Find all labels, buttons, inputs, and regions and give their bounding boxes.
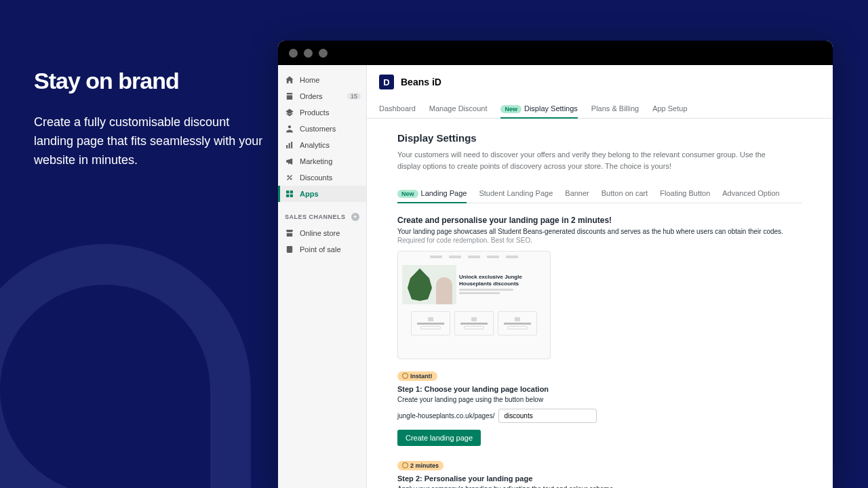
sales-channels-label: SALES CHANNELS bbox=[285, 214, 346, 220]
home-icon bbox=[285, 75, 294, 85]
products-icon bbox=[285, 108, 294, 117]
sidebar-item-marketing[interactable]: Marketing bbox=[278, 153, 366, 169]
sidebar: Home Orders 15 Products Customers Analyt… bbox=[278, 65, 366, 488]
svg-point-5 bbox=[290, 178, 292, 180]
subtab-button-cart[interactable]: Button on cart bbox=[601, 184, 648, 203]
main-panel: D Beans iD Dashboard Manage Discount New… bbox=[366, 65, 833, 488]
channel-online-store[interactable]: Online store bbox=[278, 225, 366, 241]
sidebar-item-home[interactable]: Home bbox=[278, 72, 366, 88]
url-slug-input[interactable] bbox=[498, 409, 597, 423]
instant-chip: Instant! bbox=[397, 371, 437, 381]
subtab-student-landing[interactable]: Student Landing Page bbox=[479, 184, 553, 203]
landing-preview: Unlock exclusive Jungle Houseplants disc… bbox=[397, 251, 551, 359]
browser-window: Home Orders 15 Products Customers Analyt… bbox=[278, 41, 833, 488]
subtab-landing-page[interactable]: NewLanding Page bbox=[397, 184, 467, 203]
max-dot[interactable] bbox=[319, 49, 328, 58]
sidebar-item-label: Discounts bbox=[300, 174, 332, 182]
pos-icon bbox=[285, 245, 294, 254]
landing-line1: Your landing page showcases all Student … bbox=[397, 228, 802, 235]
sales-channels-header: SALES CHANNELS + bbox=[278, 202, 366, 225]
hero-body: Create a fully customisable discount lan… bbox=[34, 113, 264, 170]
sidebar-item-label: Products bbox=[300, 108, 329, 117]
sidebar-item-label: Marketing bbox=[300, 157, 332, 165]
discounts-icon bbox=[285, 173, 294, 182]
app-name: Beans iD bbox=[401, 77, 441, 87]
step1-title: Step 1: Choose your landing page locatio… bbox=[397, 385, 802, 393]
sidebar-item-label: Home bbox=[300, 76, 319, 84]
tab-app-setup[interactable]: App Setup bbox=[652, 99, 687, 118]
svg-rect-8 bbox=[286, 195, 289, 197]
step2-title: Step 2: Personalise your landing page bbox=[397, 474, 802, 483]
tab-manage-discount[interactable]: Manage Discount bbox=[429, 99, 488, 118]
channel-label: Point of sale bbox=[300, 245, 341, 253]
sidebar-item-label: Customers bbox=[300, 125, 336, 133]
app-tabs: Dashboard Manage Discount NewDisplay Set… bbox=[367, 99, 833, 119]
channel-label: Online store bbox=[300, 229, 340, 237]
add-channel-icon[interactable]: + bbox=[351, 213, 359, 221]
analytics-icon bbox=[285, 140, 294, 150]
app-logo: D bbox=[379, 75, 394, 89]
subtab-label: Landing Page bbox=[421, 189, 467, 197]
min-dot[interactable] bbox=[304, 49, 313, 58]
window-titlebar bbox=[278, 41, 833, 65]
sidebar-item-products[interactable]: Products bbox=[278, 104, 366, 121]
svg-rect-7 bbox=[290, 190, 293, 193]
svg-rect-9 bbox=[290, 195, 293, 197]
subtab-floating-button[interactable]: Floating Button bbox=[660, 184, 710, 203]
marketing-icon bbox=[285, 157, 294, 166]
create-landing-button[interactable]: Create landing page bbox=[397, 430, 481, 446]
subtab-banner[interactable]: Banner bbox=[565, 184, 589, 203]
new-pill: New bbox=[500, 105, 521, 113]
sidebar-item-label: Analytics bbox=[300, 141, 330, 149]
landing-line2: Required for code redemption. Best for S… bbox=[397, 237, 802, 244]
page-title: Display Settings bbox=[397, 132, 802, 144]
orders-icon bbox=[285, 92, 294, 101]
tab-dashboard[interactable]: Dashboard bbox=[379, 99, 416, 118]
hero-title: Stay on brand bbox=[34, 68, 264, 94]
channel-pos[interactable]: Point of sale bbox=[278, 241, 366, 258]
url-prefix: jungle-houseplants.co.uk/pages/ bbox=[397, 412, 494, 420]
tab-label: Display Settings bbox=[524, 104, 578, 113]
background-logo bbox=[0, 244, 251, 488]
sidebar-item-apps[interactable]: Apps bbox=[278, 186, 366, 202]
tab-plans-billing[interactable]: Plans & Billing bbox=[591, 99, 639, 118]
subtab-advanced[interactable]: Advanced Option bbox=[722, 184, 779, 203]
new-pill: New bbox=[397, 190, 418, 198]
customers-icon bbox=[285, 124, 294, 134]
sidebar-item-label: Apps bbox=[300, 190, 319, 198]
sidebar-item-discounts[interactable]: Discounts bbox=[278, 169, 366, 186]
page-desc: Your customers will need to discover you… bbox=[397, 149, 777, 171]
svg-rect-1 bbox=[286, 145, 288, 148]
duration-chip: 2 minutes bbox=[397, 461, 443, 470]
svg-rect-6 bbox=[286, 190, 289, 193]
sidebar-item-customers[interactable]: Customers bbox=[278, 121, 366, 137]
landing-heading: Create and personalise your landing page… bbox=[397, 216, 802, 225]
preview-card bbox=[411, 311, 450, 336]
sidebar-item-label: Orders bbox=[300, 92, 323, 100]
hero: Stay on brand Create a fully customisabl… bbox=[34, 68, 264, 170]
svg-point-4 bbox=[288, 176, 290, 178]
preview-card bbox=[498, 311, 537, 336]
preview-headline: Unlock exclusive Jungle Houseplants disc… bbox=[459, 274, 546, 287]
sidebar-item-orders[interactable]: Orders 15 bbox=[278, 88, 366, 104]
sidebar-item-analytics[interactable]: Analytics bbox=[278, 137, 366, 153]
tab-display-settings[interactable]: NewDisplay Settings bbox=[500, 99, 577, 118]
close-dot[interactable] bbox=[289, 49, 298, 58]
preview-card bbox=[454, 311, 494, 336]
svg-rect-3 bbox=[291, 142, 292, 148]
svg-rect-10 bbox=[287, 246, 292, 253]
svg-rect-2 bbox=[289, 143, 290, 148]
step2-desc: Apply your company's branding by adjusti… bbox=[397, 485, 802, 488]
display-subtabs: NewLanding Page Student Landing Page Ban… bbox=[397, 184, 802, 203]
step1-desc: Create your landing page using the butto… bbox=[397, 396, 802, 403]
orders-badge: 15 bbox=[347, 93, 361, 100]
svg-point-0 bbox=[288, 125, 291, 128]
store-icon bbox=[285, 228, 294, 238]
apps-icon bbox=[285, 189, 294, 199]
preview-image bbox=[402, 265, 456, 304]
